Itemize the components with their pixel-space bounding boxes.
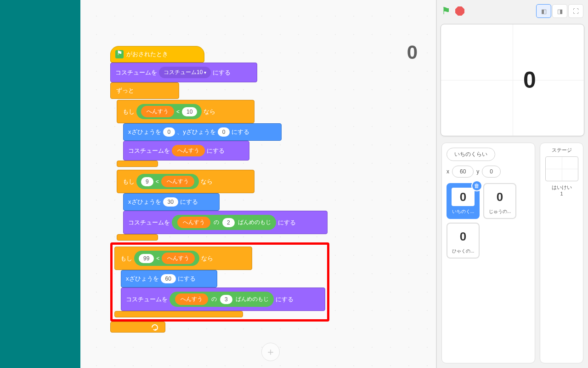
number-input[interactable]: 99 — [139, 254, 154, 263]
sprite-card-juuno[interactable]: 0 じゅうの... — [483, 183, 516, 219]
stage-controls: ⚑ ◧ ◨ ⛶ — [437, 0, 588, 22]
small-stage-button[interactable]: ◧ — [536, 4, 551, 18]
if-cap — [117, 161, 158, 167]
if-block-1[interactable]: もし へんすう < 10 なら — [117, 100, 254, 123]
variable-reporter[interactable]: へんすう — [161, 176, 194, 187]
variable-monitor: 0 — [407, 41, 418, 63]
forever-block[interactable]: ずっと — [110, 82, 179, 99]
if-cap — [114, 311, 243, 317]
if-block-2[interactable]: もし 9 < へんすう なら — [117, 170, 254, 193]
number-input[interactable]: 9 — [141, 177, 153, 186]
stage-selector[interactable]: ステージ はいけい 1 — [540, 143, 583, 363]
sprite-x-field[interactable]: 60 — [452, 166, 474, 178]
variable-reporter[interactable]: へんすう — [177, 217, 210, 228]
if-block-3[interactable]: もし 99 < へんすう なら — [114, 247, 252, 270]
sprite-name-field[interactable]: いちのくらい — [447, 148, 495, 161]
less-than-operator[interactable]: 9 < へんすう — [136, 174, 199, 189]
letter-of-operator[interactable]: へんすう の 2 ばんめのもじ — [172, 215, 276, 230]
sprite-card-hyakuno[interactable]: 0 ひゃくの... — [447, 223, 480, 259]
variable-reporter[interactable]: へんすう — [141, 106, 174, 117]
script-area[interactable]: 0 がおされたとき コスチュームを コスチューム10 にする ずっと もし — [80, 0, 436, 368]
green-flag-button[interactable]: ⚑ — [441, 5, 451, 17]
switch-costume-block[interactable]: コスチュームを へんすう の 3 ばんめのもじ にする — [121, 288, 325, 311]
sprite-card-ichinokurai[interactable]: 🗑 0 いちのく... — [447, 183, 480, 219]
loop-arrow-icon — [151, 324, 160, 331]
go-to-xy-block[interactable]: xざひょうを 0 、yざひょうを 0 にする — [123, 123, 282, 141]
x-input[interactable]: 0 — [163, 127, 175, 137]
add-extension-button[interactable]: ＋ — [261, 343, 280, 361]
if-cap — [117, 234, 158, 241]
sprite-y-field[interactable]: 0 — [482, 166, 501, 178]
sprite-panel: いちのくらい x 60 y 0 🗑 0 いちのく... 0 — [441, 143, 535, 363]
set-x-block[interactable]: xざひょうを 30 にする — [123, 193, 220, 211]
stage-title: ステージ — [544, 147, 579, 154]
backdrops-count: 1 — [544, 191, 579, 196]
highlighted-blocks: もし 99 < へんすう なら xざひょうを 60 にする コスチ — [110, 242, 329, 322]
switch-costume-block[interactable]: コスチュームを へんすう の 2 ばんめのもじ にする — [123, 211, 328, 234]
block-label: がおされたとき — [126, 50, 168, 58]
variable-reporter[interactable]: へんすう — [162, 253, 195, 264]
variable-reporter[interactable]: へんすう — [172, 145, 205, 156]
when-flag-clicked-block[interactable]: がおされたとき — [110, 46, 204, 63]
number-input[interactable]: 3 — [220, 295, 232, 304]
letter-of-operator[interactable]: へんすう の 3 ばんめのもじ — [170, 292, 274, 307]
stage-preview[interactable]: 0 — [441, 24, 584, 136]
number-input[interactable]: 2 — [222, 218, 235, 227]
less-than-operator[interactable]: へんすう < 10 — [136, 104, 202, 119]
forever-cap — [110, 322, 165, 333]
x-input[interactable]: 30 — [163, 197, 178, 207]
switch-costume-block[interactable]: コスチュームを コスチューム10 にする — [110, 63, 257, 82]
delete-sprite-button[interactable]: 🗑 — [471, 180, 482, 191]
fullscreen-button[interactable]: ⛶ — [568, 4, 583, 18]
costume-dropdown[interactable]: コスチューム10 — [159, 67, 211, 78]
y-input[interactable]: 0 — [218, 127, 230, 137]
stage-sprite-display: 0 — [523, 67, 536, 93]
backdrops-label: はいけい — [544, 184, 579, 191]
number-input[interactable]: 10 — [182, 107, 197, 116]
large-stage-button[interactable]: ◨ — [552, 4, 567, 18]
flag-icon — [115, 50, 124, 58]
set-x-block[interactable]: xざひょうを 60 にする — [121, 270, 217, 288]
variable-reporter[interactable]: へんすう — [175, 293, 208, 305]
stage-thumbnail[interactable] — [545, 156, 578, 181]
x-input[interactable]: 60 — [161, 274, 176, 283]
stop-button[interactable] — [455, 6, 464, 16]
switch-costume-block[interactable]: コスチュームを へんすう にする — [123, 141, 249, 161]
less-than-operator[interactable]: 99 < へんすう — [134, 251, 199, 266]
